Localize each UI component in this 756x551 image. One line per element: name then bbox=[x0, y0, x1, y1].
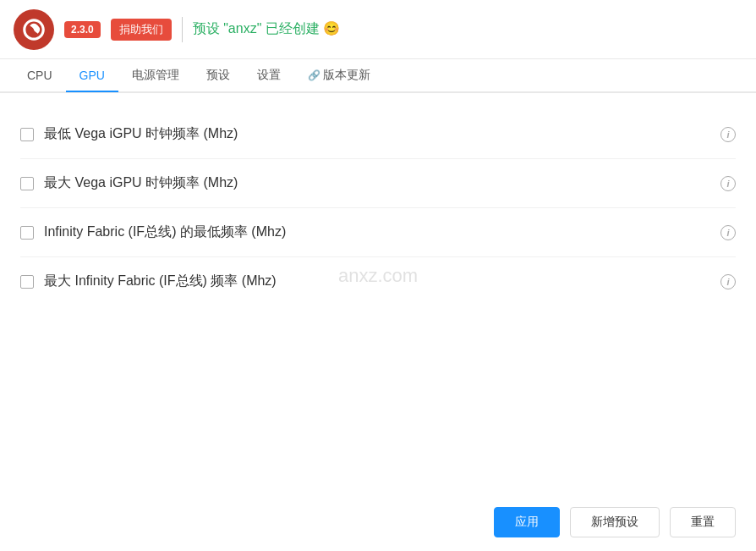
info-icon-min-vega[interactable]: i bbox=[720, 127, 736, 142]
setting-label-min-if: Infinity Fabric (IF总线) 的最低频率 (Mhz) bbox=[44, 223, 710, 241]
donate-button[interactable]: 捐助我们 bbox=[111, 19, 172, 41]
setting-row-max-vega: 最大 Vega iGPU 时钟频率 (Mhz) i bbox=[20, 159, 736, 208]
setting-label-max-vega: 最大 Vega iGPU 时钟频率 (Mhz) bbox=[44, 174, 710, 192]
version-badge: 2.3.0 bbox=[64, 21, 101, 38]
checkbox-max-if[interactable] bbox=[20, 275, 34, 289]
link-icon: 🔗 bbox=[308, 69, 320, 81]
notification-text: 预设 "anxz" 已经创建 😊 bbox=[193, 20, 341, 38]
notification-bar: 预设 "anxz" 已经创建 😊 bbox=[193, 20, 742, 38]
tab-power[interactable]: 电源管理 bbox=[118, 59, 193, 91]
setting-row-min-if: Infinity Fabric (IF总线) 的最低频率 (Mhz) i bbox=[20, 208, 736, 257]
setting-label-max-if: 最大 Infinity Fabric (IF总线) 频率 (Mhz) bbox=[44, 273, 710, 290]
app-logo bbox=[14, 9, 54, 50]
info-icon-max-if[interactable]: i bbox=[720, 274, 736, 289]
info-icon-max-vega[interactable]: i bbox=[720, 176, 736, 191]
checkbox-min-if[interactable] bbox=[20, 226, 34, 240]
apply-button[interactable]: 应用 bbox=[494, 507, 560, 537]
tab-gpu[interactable]: GPU bbox=[66, 60, 118, 91]
tab-preset[interactable]: 预设 bbox=[193, 59, 244, 91]
info-icon-min-if[interactable]: i bbox=[720, 225, 736, 240]
reset-button[interactable]: 重置 bbox=[670, 507, 736, 537]
setting-row-max-if: 最大 Infinity Fabric (IF总线) 频率 (Mhz) i bbox=[20, 257, 736, 306]
main-content: 最低 Vega iGPU 时钟频率 (Mhz) i 最大 Vega iGPU 时… bbox=[0, 93, 756, 322]
tab-bar: CPU GPU 电源管理 预设 设置 🔗版本更新 bbox=[0, 59, 756, 93]
new-preset-button[interactable]: 新增预设 bbox=[570, 507, 660, 537]
tab-settings[interactable]: 设置 bbox=[244, 59, 294, 91]
logo-icon bbox=[20, 16, 47, 43]
app-header: 2.3.0 捐助我们 预设 "anxz" 已经创建 😊 bbox=[0, 0, 756, 59]
setting-row-min-vega: 最低 Vega iGPU 时钟频率 (Mhz) i bbox=[20, 110, 736, 159]
checkbox-min-vega[interactable] bbox=[20, 128, 34, 141]
checkbox-max-vega[interactable] bbox=[20, 177, 34, 190]
setting-label-min-vega: 最低 Vega iGPU 时钟频率 (Mhz) bbox=[44, 125, 710, 143]
header-divider bbox=[182, 17, 183, 42]
tab-cpu[interactable]: CPU bbox=[14, 60, 66, 91]
tab-update[interactable]: 🔗版本更新 bbox=[294, 59, 384, 91]
footer-bar: 应用 新增预设 重置 bbox=[0, 493, 756, 551]
